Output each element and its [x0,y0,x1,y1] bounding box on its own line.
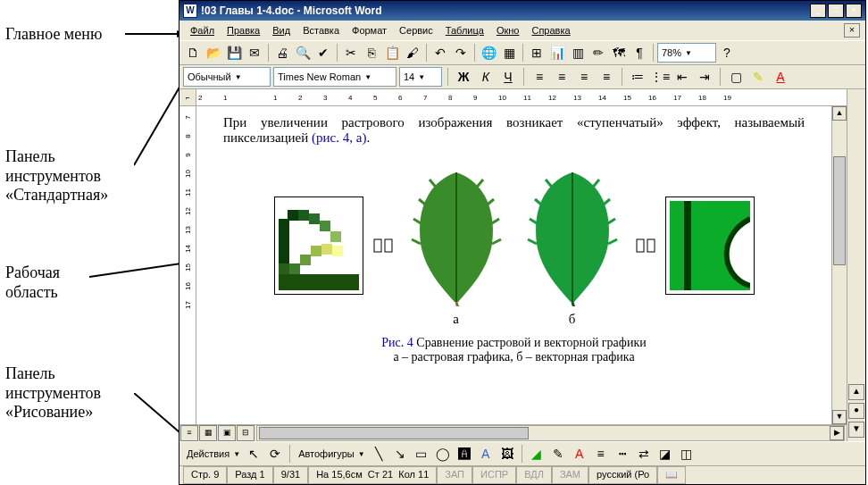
dash-style-icon[interactable]: ┅ [613,444,632,464]
size-combo[interactable]: 14▼ [399,67,442,87]
arrow-icon[interactable]: ↘ [390,444,410,464]
help-icon[interactable]: ? [717,43,737,63]
line-color-icon[interactable]: ✎ [548,444,568,464]
align-center-icon[interactable]: ≡ [552,67,572,87]
status-lang[interactable]: русский (Ро [588,466,657,484]
3d-icon[interactable]: ◫ [677,444,697,464]
align-left-icon[interactable]: ≡ [530,67,549,87]
menu-format[interactable]: Формат [346,23,392,38]
svg-rect-19 [320,221,330,231]
italic-icon[interactable]: К [476,67,496,87]
oval-icon[interactable]: ◯ [433,444,453,464]
bold-icon[interactable]: Ж [454,67,473,87]
menu-tools[interactable]: Сервис [394,23,438,38]
prev-page-icon[interactable]: ▲ [848,384,864,400]
close-button[interactable]: × [846,4,862,18]
bullets-icon[interactable]: ⋮≡ [650,67,670,87]
cut-icon[interactable]: ✂ [341,43,361,63]
formatting-toolbar: Обычный▼ Times New Roman▼ 14▼ Ж К Ч ≡ ≡ … [179,65,865,89]
paste-icon[interactable]: 📋 [382,43,402,63]
paragraph-text: При увеличении растрового изображения во… [223,115,805,146]
rect-icon[interactable]: ▭ [412,444,431,464]
outline-view-icon[interactable]: ⊟ [237,425,255,441]
copy-icon[interactable]: ⎘ [362,43,381,63]
status-book-icon[interactable]: 📖 [657,466,686,484]
drawing-toggle-icon[interactable]: ✏ [588,43,608,63]
font-combo[interactable]: Times New Roman▼ [273,67,396,87]
tables-borders-icon[interactable]: ▦ [499,43,519,63]
line-style-icon[interactable]: ≡ [591,444,611,464]
highlight-icon[interactable]: ✎ [748,67,768,87]
scroll-up-icon[interactable]: ▲ [832,106,847,121]
preview-icon[interactable]: 🔍 [293,43,313,63]
format-painter-icon[interactable]: 🖌 [403,43,422,63]
menu-window[interactable]: Окно [491,23,525,38]
arrow-style-icon[interactable]: ⇄ [634,444,654,464]
borders-icon[interactable]: ▢ [726,67,746,87]
menu-view[interactable]: Вид [267,23,296,38]
outdent-icon[interactable]: ⇤ [672,67,692,87]
svg-rect-23 [385,239,392,252]
font-color-icon[interactable]: A [771,67,790,87]
underline-icon[interactable]: Ч [498,67,518,87]
maximize-button[interactable]: □ [828,4,844,18]
wordart-icon[interactable]: A [476,444,496,464]
indent-icon[interactable]: ⇥ [695,67,714,87]
label-workarea: Рабочая область [5,263,60,302]
web-view-icon[interactable]: ▦ [199,425,217,441]
undo-icon[interactable]: ↶ [430,43,450,63]
autoshapes-menu[interactable]: Автофигуры▼ [295,445,367,463]
vertical-ruler[interactable]: 7891011121314151617 [179,106,196,424]
style-combo[interactable]: Обычный▼ [183,67,271,87]
status-trk[interactable]: ИСПР [472,466,516,484]
horizontal-ruler[interactable]: ⌐ 2112345678910111213141516171819 [179,89,847,106]
insert-table-icon[interactable]: ⊞ [527,43,547,63]
font-color-draw-icon[interactable]: A [570,444,589,464]
menu-insert[interactable]: Вставка [297,23,345,38]
status-ovr[interactable]: ЗАМ [552,466,588,484]
menu-table[interactable]: Таблица [440,23,489,38]
new-icon[interactable]: 🗋 [183,43,203,63]
hyperlink-icon[interactable]: 🌐 [479,43,498,63]
numbering-icon[interactable]: ≔ [628,67,647,87]
select-icon[interactable]: ↖ [244,444,263,464]
rotate-icon[interactable]: ⟳ [265,444,285,464]
browse-object-icon[interactable]: ● [848,403,864,419]
open-icon[interactable]: 📂 [204,43,223,63]
shadow-icon[interactable]: ◪ [655,444,675,464]
actions-menu[interactable]: Действия▼ [183,445,242,463]
scroll-down-icon[interactable]: ▼ [832,410,847,424]
normal-view-icon[interactable]: ≡ [180,425,198,441]
show-marks-icon[interactable]: ¶ [630,43,649,63]
menu-help[interactable]: Справка [526,23,575,38]
mail-icon[interactable]: ✉ [245,43,264,63]
zoom-combo[interactable]: 78%▼ [657,43,716,63]
fill-color-icon[interactable]: ◢ [527,444,547,464]
docmap-icon[interactable]: 🗺 [609,43,629,63]
print-view-icon[interactable]: ▣ [218,425,236,441]
spell-icon[interactable]: ✔ [313,43,333,63]
svg-rect-12 [311,246,321,256]
excel-icon[interactable]: 📊 [547,43,567,63]
status-rec[interactable]: ЗАП [437,466,472,484]
close-doc-button[interactable]: × [844,23,860,38]
app-icon: W [183,4,197,18]
menu-edit[interactable]: Правка [221,23,265,38]
columns-icon[interactable]: ▥ [568,43,588,63]
print-icon[interactable]: 🖨 [272,43,292,63]
document-page[interactable]: При увеличении растрового изображения во… [196,106,831,424]
clipart-icon[interactable]: 🖼 [497,444,517,464]
status-ext[interactable]: ВДЛ [516,466,552,484]
next-page-icon[interactable]: ▼ [848,422,864,438]
scroll-thumb[interactable] [833,156,846,265]
textbox-icon[interactable]: 🅰 [455,444,474,464]
menu-file[interactable]: Файл [185,23,220,38]
align-justify-icon[interactable]: ≡ [597,67,616,87]
minimize-button[interactable]: _ [810,4,826,18]
horizontal-scrollbar[interactable]: ▶ [256,425,845,441]
redo-icon[interactable]: ↷ [451,43,471,63]
align-right-icon[interactable]: ≡ [574,67,594,87]
line-icon[interactable]: ╲ [369,444,388,464]
save-icon[interactable]: 💾 [224,43,244,63]
vertical-scrollbar[interactable]: ▲ ▼ [831,106,847,424]
